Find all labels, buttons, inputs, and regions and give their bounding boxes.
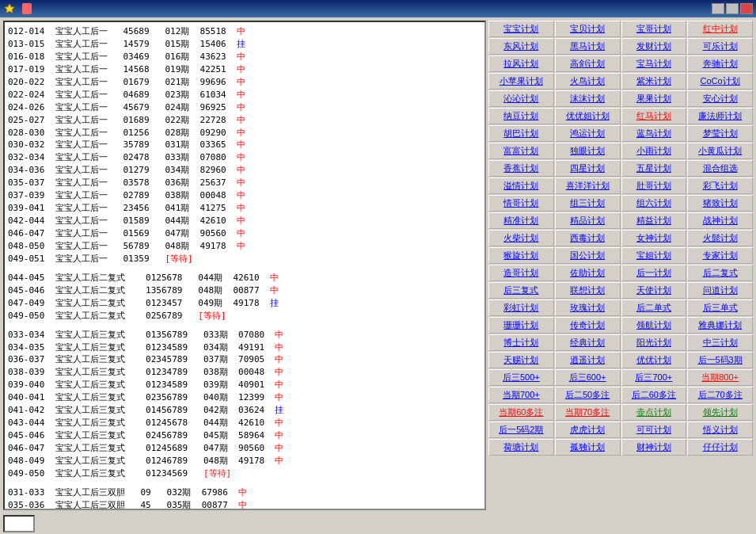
- plan-btn-1-3[interactable]: 可乐计划: [687, 38, 753, 55]
- plan-btn-24-2[interactable]: 财神计划: [621, 439, 687, 456]
- plan-btn-13-0[interactable]: 猴旋计划: [488, 247, 554, 264]
- plan-btn-1-0[interactable]: 东风计划: [488, 38, 554, 55]
- plan-btn-23-1[interactable]: 虎虎计划: [555, 421, 621, 438]
- plan-btn-17-2[interactable]: 领航计划: [621, 317, 687, 334]
- plan-btn-0-1[interactable]: 宝贝计划: [555, 21, 621, 37]
- plan-btn-13-3[interactable]: 专家计划: [687, 247, 753, 264]
- plan-btn-2-3[interactable]: 奔驰计划: [687, 55, 753, 72]
- plan-btn-11-2[interactable]: 精益计划: [621, 212, 687, 229]
- plan-btn-16-3[interactable]: 后三单式: [687, 299, 753, 316]
- plan-btn-5-1[interactable]: 优优姐计划: [555, 108, 621, 124]
- window-controls[interactable]: [712, 3, 753, 14]
- plan-btn-4-3[interactable]: 安心计划: [687, 90, 753, 107]
- plan-btn-22-2[interactable]: 壶点计划: [621, 404, 687, 421]
- plan-btn-5-2[interactable]: 红马计划: [621, 108, 687, 124]
- plan-btn-10-3[interactable]: 猪致计划: [687, 195, 753, 212]
- plan-btn-9-1[interactable]: 喜洋洋计划: [555, 177, 621, 194]
- minimize-button[interactable]: [712, 3, 724, 14]
- plan-btn-14-2[interactable]: 后一计划: [621, 265, 687, 281]
- plan-btn-22-0[interactable]: 当期60多注: [488, 404, 554, 421]
- plan-btn-11-1[interactable]: 精品计划: [555, 212, 621, 229]
- plan-btn-12-3[interactable]: 火髭计划: [687, 230, 753, 246]
- plan-btn-15-3[interactable]: 问道计划: [687, 282, 753, 299]
- plan-btn-4-0[interactable]: 沁沁计划: [488, 90, 554, 107]
- plan-btn-20-3[interactable]: 当期800+: [687, 369, 753, 386]
- plan-btn-6-2[interactable]: 蓝鸟计划: [621, 125, 687, 142]
- plan-btn-2-0[interactable]: 拉风计划: [488, 55, 554, 72]
- plan-btn-22-3[interactable]: 领先计划: [687, 404, 753, 421]
- plan-btn-24-0[interactable]: 荷塘计划: [488, 439, 554, 456]
- plan-btn-20-1[interactable]: 后三600+: [555, 369, 621, 386]
- plan-btn-13-1[interactable]: 国公计划: [555, 247, 621, 264]
- plan-btn-20-2[interactable]: 后三700+: [621, 369, 687, 386]
- plan-btn-3-3[interactable]: CoCo计划: [687, 73, 753, 90]
- plan-btn-14-0[interactable]: 造哥计划: [488, 265, 554, 281]
- plan-btn-19-2[interactable]: 优优计划: [621, 352, 687, 368]
- plan-btn-24-3[interactable]: 仔仔计划: [687, 439, 753, 456]
- plan-btn-8-1[interactable]: 四星计划: [555, 160, 621, 177]
- plan-btn-3-1[interactable]: 火鸟计划: [555, 73, 621, 90]
- plan-btn-12-0[interactable]: 火柴计划: [488, 230, 554, 246]
- plan-btn-16-1[interactable]: 玫瑰计划: [555, 299, 621, 316]
- plan-btn-2-2[interactable]: 宝马计划: [621, 55, 687, 72]
- plan-btn-18-2[interactable]: 阳光计划: [621, 334, 687, 351]
- plan-btn-20-0[interactable]: 后三500+: [488, 369, 554, 386]
- close-button[interactable]: [740, 3, 753, 14]
- plan-btn-21-1[interactable]: 后二50多注: [555, 387, 621, 403]
- plan-btn-23-2[interactable]: 可可计划: [621, 421, 687, 438]
- plan-btn-7-2[interactable]: 小雨计划: [621, 143, 687, 159]
- plan-btn-8-0[interactable]: 香蕉计划: [488, 160, 554, 177]
- plan-btn-8-3[interactable]: 混合组选: [687, 160, 753, 177]
- plan-btn-21-2[interactable]: 后二60多注: [621, 387, 687, 403]
- plan-btn-0-2[interactable]: 宝哥计划: [621, 21, 687, 37]
- plan-btn-12-2[interactable]: 女神计划: [621, 230, 687, 246]
- plan-btn-4-2[interactable]: 果果计划: [621, 90, 687, 107]
- plan-btn-14-1[interactable]: 佐助计划: [555, 265, 621, 281]
- plan-btn-7-3[interactable]: 小黄瓜计划: [687, 143, 753, 159]
- plan-btn-18-1[interactable]: 经典计划: [555, 334, 621, 351]
- plan-btn-7-1[interactable]: 独眼计划: [555, 143, 621, 159]
- plan-btn-16-2[interactable]: 后二单式: [621, 299, 687, 316]
- plan-btn-21-0[interactable]: 当期700+: [488, 387, 554, 403]
- plan-btn-3-0[interactable]: 小苹果计划: [488, 73, 554, 90]
- plan-btn-9-0[interactable]: 溢情计划: [488, 177, 554, 194]
- plan-btn-9-2[interactable]: 肚哥计划: [621, 177, 687, 194]
- plan-btn-18-3[interactable]: 中三计划: [687, 334, 753, 351]
- plan-btn-15-1[interactable]: 联想计划: [555, 282, 621, 299]
- plan-btn-10-1[interactable]: 组三计划: [555, 195, 621, 212]
- plan-btn-19-0[interactable]: 天赐计划: [488, 352, 554, 368]
- plan-btn-6-1[interactable]: 鸿运计划: [555, 125, 621, 142]
- plan-btn-5-0[interactable]: 纳豆计划: [488, 108, 554, 124]
- plan-btn-19-3[interactable]: 后一5码3期: [687, 352, 753, 368]
- plan-btn-24-1[interactable]: 孤独计划: [555, 439, 621, 456]
- plan-btn-12-1[interactable]: 西毒计划: [555, 230, 621, 246]
- right-panel[interactable]: 宝宝计划宝贝计划宝哥计划红中计划东风计划黑马计划发财计划可乐计划拉风计划高剑计划…: [487, 17, 756, 534]
- plan-btn-1-1[interactable]: 黑马计划: [555, 38, 621, 55]
- plan-btn-2-1[interactable]: 高剑计划: [555, 55, 621, 72]
- plan-btn-15-2[interactable]: 天使计划: [621, 282, 687, 299]
- plan-btn-13-2[interactable]: 宝姐计划: [621, 247, 687, 264]
- plan-btn-0-3[interactable]: 红中计划: [687, 21, 753, 37]
- plan-btn-0-0[interactable]: 宝宝计划: [488, 21, 554, 37]
- plan-btn-15-0[interactable]: 后三复式: [488, 282, 554, 299]
- plan-btn-17-1[interactable]: 传奇计划: [555, 317, 621, 334]
- plan-btn-9-3[interactable]: 彩飞计划: [687, 177, 753, 194]
- plan-btn-17-3[interactable]: 雅典娜计划: [687, 317, 753, 334]
- plan-btn-10-0[interactable]: 情哥计划: [488, 195, 554, 212]
- plan-btn-10-2[interactable]: 组六计划: [621, 195, 687, 212]
- plan-btn-3-2[interactable]: 紫米计划: [621, 73, 687, 90]
- plan-btn-8-2[interactable]: 五星计划: [621, 160, 687, 177]
- plan-btn-7-0[interactable]: 富富计划: [488, 143, 554, 159]
- plan-btn-22-1[interactable]: 当期70多注: [555, 404, 621, 421]
- plan-btn-14-3[interactable]: 后二复式: [687, 265, 753, 281]
- plan-btn-6-0[interactable]: 胡巴计划: [488, 125, 554, 142]
- left-scroll-area[interactable]: 012-014 宝宝人工后一 45689 012期 85518 中013-015…: [5, 22, 484, 509]
- plan-btn-23-0[interactable]: 后一5码2期: [488, 421, 554, 438]
- plan-btn-1-2[interactable]: 发财计划: [621, 38, 687, 55]
- plan-btn-11-0[interactable]: 精准计划: [488, 212, 554, 229]
- plan-btn-21-3[interactable]: 后二70多注: [687, 387, 753, 403]
- plan-btn-5-3[interactable]: 廉法师计划: [687, 108, 753, 124]
- plan-btn-19-1[interactable]: 逍遥计划: [555, 352, 621, 368]
- plan-btn-23-3[interactable]: 悟义计划: [687, 421, 753, 438]
- plan-btn-4-1[interactable]: 沫沫计划: [555, 90, 621, 107]
